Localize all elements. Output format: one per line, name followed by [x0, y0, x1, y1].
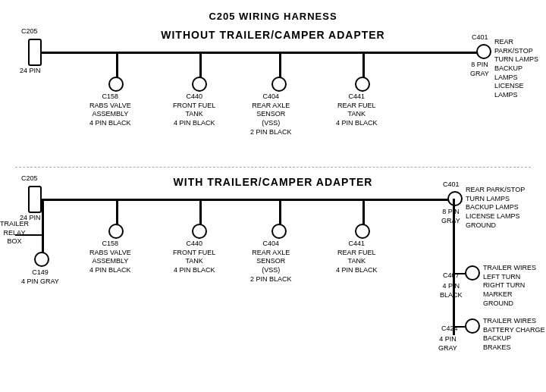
top-c158-connector [108, 77, 124, 92]
bottom-c401-desc: REAR PARK/STOPTURN LAMPSBACKUP LAMPSLICE… [466, 186, 525, 230]
bottom-c404-vline [279, 199, 281, 225]
bottom-c205-connector [28, 186, 42, 213]
bottom-c407-connector [465, 265, 480, 281]
top-main-line [42, 52, 489, 54]
bottom-right-vline [453, 199, 455, 335]
bottom-c158-vline [116, 199, 118, 225]
bottom-c407-pin: 4 PINBLACK [440, 282, 463, 299]
bottom-c441-connector [355, 224, 370, 239]
top-c158-vline [116, 52, 118, 78]
bottom-relay-vline [42, 199, 44, 237]
top-c404-vline [279, 52, 281, 78]
bottom-section-label: WITH TRAILER/CAMPER ADAPTER [76, 176, 470, 188]
bottom-c404-label: C404REAR AXLESENSOR(VSS)2 PIN BLACK [250, 240, 292, 284]
bottom-c424-pin: 4 PINGRAY [438, 335, 457, 353]
top-c440-vline [199, 52, 202, 78]
bottom-c401-connector [447, 191, 463, 206]
top-c401-id: C401 [472, 33, 488, 42]
top-c401-pin: 8 PINGRAY [470, 61, 489, 78]
bottom-c424-id: C424 [441, 325, 458, 334]
bottom-c149-label: C1494 PIN GRAY [21, 268, 59, 286]
top-c205-id: C205 [21, 27, 38, 36]
top-c440-connector [192, 77, 207, 92]
bottom-c401-id: C401 [443, 180, 460, 190]
bottom-c440-connector [192, 224, 207, 239]
wiring-diagram: C205 WIRING HARNESS WITHOUT TRAILER/CAMP… [0, 0, 546, 379]
bottom-c404-connector [271, 224, 287, 239]
bottom-c424-desc: TRAILER WIRESBATTERY CHARGEBACKUPBRAKES [483, 317, 545, 353]
bottom-c401-pin: 8 PINGRAY [441, 208, 460, 225]
bottom-c440-vline [199, 199, 202, 225]
section-divider [15, 167, 531, 168]
top-c205-connector [28, 39, 42, 66]
top-c158-label: C158RABS VALVEASSEMBLY4 PIN BLACK [89, 93, 131, 128]
bottom-c205-id: C205 [21, 174, 38, 183]
top-c205-pin: 24 PIN [20, 67, 41, 76]
top-section-label: WITHOUT TRAILER/CAMPER ADAPTER [91, 29, 455, 41]
bottom-c407-desc: TRAILER WIRESLEFT TURNRIGHT TURNMARKERGR… [483, 264, 536, 308]
top-c441-connector [355, 77, 370, 92]
bottom-c407-id: C407 [443, 271, 460, 281]
top-c401-connector [476, 44, 491, 59]
bottom-c424-connector [465, 318, 480, 334]
top-c441-vline [362, 52, 365, 78]
top-c404-label: C404REAR AXLESENSOR(VSS)2 PIN BLACK [250, 93, 292, 136]
top-c441-label: C441REAR FUELTANK4 PIN BLACK [336, 93, 378, 128]
bottom-main-line [42, 199, 455, 201]
top-c401-desc: REAR PARK/STOPTURN LAMPSBACKUP LAMPSLICE… [494, 38, 546, 100]
bottom-c441-vline [362, 199, 365, 225]
bottom-relay-label: TRAILERRELAYBOX [0, 220, 29, 246]
bottom-c149-vline [42, 234, 44, 253]
bottom-c441-label: C441REAR FUELTANK4 PIN BLACK [336, 240, 378, 275]
top-c440-label: C440FRONT FUELTANK4 PIN BLACK [173, 93, 215, 128]
bottom-c158-label: C158RABS VALVEASSEMBLY4 PIN BLACK [89, 240, 131, 275]
bottom-c149-connector [34, 252, 49, 267]
bottom-c440-label: C440FRONT FUELTANK4 PIN BLACK [173, 240, 215, 275]
bottom-c158-connector [108, 224, 124, 239]
page-title: C205 WIRING HARNESS [0, 5, 546, 22]
top-c404-connector [271, 77, 287, 92]
